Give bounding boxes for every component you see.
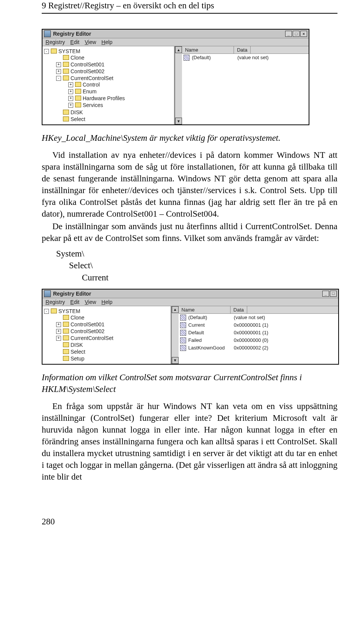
value-name: Failed bbox=[188, 337, 234, 343]
collapse-icon: - bbox=[56, 76, 61, 81]
folder-icon bbox=[63, 110, 69, 115]
collapse-icon: - bbox=[44, 49, 49, 54]
value-data: 0x00000001 (1) bbox=[234, 322, 337, 328]
folder-icon bbox=[75, 82, 81, 87]
folder-icon bbox=[63, 62, 69, 67]
maximize-icon: □ bbox=[293, 31, 300, 37]
path-line: System\ bbox=[56, 248, 337, 260]
folder-icon bbox=[51, 308, 57, 313]
folder-icon bbox=[63, 322, 69, 327]
window-title: Registry Editor bbox=[53, 291, 91, 297]
list-pane: Name Data (Default) (value not set) bbox=[182, 46, 309, 124]
list-row: LastKnownGood0x00000002 (2) bbox=[179, 344, 338, 352]
expand-icon: + bbox=[56, 69, 61, 74]
column-header: Data bbox=[231, 306, 247, 313]
screenshot-regedit-1: Registry Editor _ □ × Registry Edit View… bbox=[42, 29, 309, 125]
string-value-icon bbox=[184, 55, 190, 61]
expand-icon: + bbox=[68, 103, 73, 108]
dword-value-icon bbox=[180, 345, 186, 351]
menu-item: Edit bbox=[70, 299, 79, 305]
expand-icon: + bbox=[68, 82, 73, 87]
tree-node: DISK bbox=[71, 109, 83, 115]
minimize-icon: _ bbox=[322, 291, 329, 297]
window-title: Registry Editor bbox=[53, 31, 91, 37]
tree-node: Select bbox=[71, 116, 85, 122]
folder-icon bbox=[63, 116, 69, 121]
screenshot-regedit-2: Registry Editor _ □ Registry Edit View H… bbox=[42, 289, 339, 365]
folder-icon bbox=[63, 76, 69, 80]
tree-node: Clone bbox=[71, 315, 85, 321]
menu-item: Help bbox=[102, 39, 113, 45]
tree-node: Setup bbox=[71, 356, 85, 362]
minimize-icon: _ bbox=[285, 31, 292, 37]
folder-icon bbox=[63, 315, 69, 320]
expand-icon: + bbox=[56, 322, 61, 327]
column-header: Data bbox=[234, 46, 251, 54]
tree-node: ControlSet001 bbox=[71, 321, 105, 327]
folder-icon bbox=[75, 102, 81, 107]
tree-pane: -SYSTEM Clone +ControlSet001 +ControlSet… bbox=[42, 306, 171, 364]
scroll-down-icon: ▼ bbox=[172, 357, 179, 364]
dword-value-icon bbox=[180, 330, 186, 336]
tree-node: SYSTEM bbox=[58, 48, 80, 54]
path-line: Select\ bbox=[56, 260, 337, 271]
window-titlebar: Registry Editor _ □ × bbox=[42, 30, 309, 38]
menu-bar: Registry Edit View Help bbox=[42, 298, 338, 306]
tree-node: SYSTEM bbox=[58, 308, 80, 314]
scrollbar: ▲▼ bbox=[175, 46, 182, 124]
list-row: Default0x00000001 (1) bbox=[179, 329, 338, 337]
value-data: 0x00000001 (1) bbox=[234, 330, 337, 336]
tree-node: DISK bbox=[71, 342, 83, 348]
folder-icon bbox=[63, 329, 69, 334]
expand-icon: + bbox=[56, 329, 61, 334]
app-icon bbox=[44, 290, 51, 297]
tree-node: Control bbox=[83, 82, 100, 88]
column-header: Name bbox=[182, 46, 234, 54]
expand-icon: + bbox=[56, 336, 61, 341]
page-number: 280 bbox=[42, 517, 337, 527]
value-name: Current bbox=[188, 322, 234, 328]
expand-icon: + bbox=[56, 62, 61, 67]
scrollbar: ▲▼ bbox=[171, 306, 179, 364]
dword-value-icon bbox=[180, 322, 186, 328]
column-header: Name bbox=[179, 306, 231, 313]
menu-item: Help bbox=[102, 299, 113, 305]
menu-item: View bbox=[85, 299, 96, 305]
dword-value-icon bbox=[180, 337, 186, 343]
tree-node: Services bbox=[83, 102, 103, 108]
list-row: (Default) (value not set) bbox=[182, 54, 309, 61]
tree-node: Enum bbox=[83, 88, 97, 94]
body-paragraph: De inställningar som används just nu åte… bbox=[42, 220, 337, 244]
folder-icon bbox=[63, 69, 69, 74]
value-name: (Default) bbox=[192, 55, 237, 61]
scroll-up-icon: ▲ bbox=[175, 46, 182, 53]
figure-caption: HKey_Local_Machine\System är mycket vikt… bbox=[42, 132, 337, 144]
tree-node: ControlSet001 bbox=[71, 61, 105, 68]
menu-item: Registry bbox=[46, 299, 65, 305]
body-paragraph: Vid installation av nya enheter//devices… bbox=[42, 149, 337, 220]
menu-item: Edit bbox=[70, 39, 79, 45]
tree-node: CurrentControlSet bbox=[71, 335, 113, 341]
folder-icon bbox=[75, 89, 81, 94]
app-icon bbox=[44, 30, 51, 37]
window-titlebar: Registry Editor _ □ bbox=[42, 290, 338, 298]
figure-caption: Information om vilket ControlSet som mot… bbox=[42, 371, 337, 395]
list-row: Failed0x00000000 (0) bbox=[179, 337, 338, 344]
value-name: Default bbox=[188, 330, 234, 336]
value-name: LastKnownGood bbox=[188, 345, 234, 351]
value-data: 0x00000002 (2) bbox=[234, 345, 337, 351]
list-row: (Default)(value not set) bbox=[179, 314, 338, 321]
maximize-icon: □ bbox=[330, 291, 337, 297]
value-name: (Default) bbox=[188, 315, 234, 321]
folder-icon bbox=[51, 49, 57, 54]
value-data: 0x00000000 (0) bbox=[234, 337, 337, 343]
folder-icon bbox=[63, 349, 69, 354]
collapse-icon: - bbox=[44, 309, 49, 314]
window-buttons: _ □ bbox=[322, 291, 337, 297]
window-buttons: _ □ × bbox=[285, 31, 307, 37]
close-icon: × bbox=[300, 31, 307, 37]
expand-icon: + bbox=[68, 89, 73, 94]
menu-item: View bbox=[85, 39, 96, 45]
folder-icon bbox=[63, 356, 69, 361]
value-data: (value not set) bbox=[237, 55, 307, 61]
